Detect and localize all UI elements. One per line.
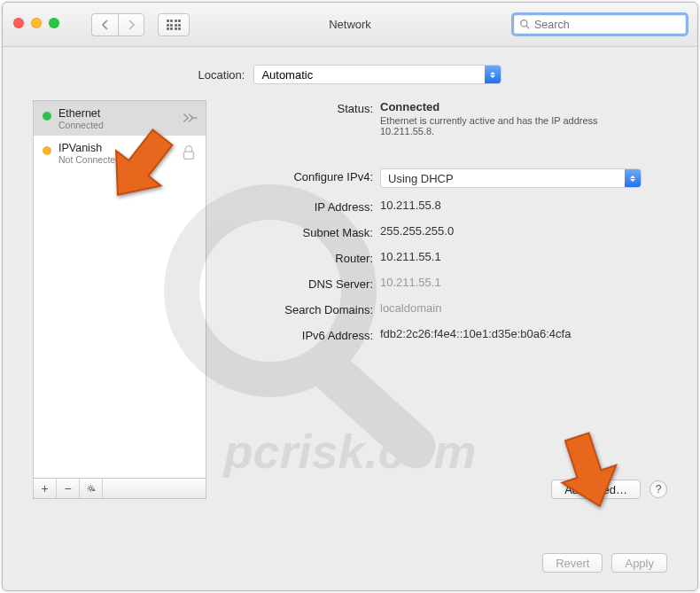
close-window-button[interactable] <box>13 18 24 28</box>
sidebar-item-ethernet[interactable]: Ethernet Connected <box>34 101 206 136</box>
forward-button[interactable] <box>118 13 144 36</box>
router-row: Router: 10.211.55.1 <box>221 250 667 265</box>
sidebar-item-ipvanish[interactable]: IPVanish Not Connected <box>34 136 206 170</box>
location-select[interactable]: Automatic <box>253 65 502 84</box>
status-dot-icon <box>43 112 51 121</box>
subnet-mask-label: Subnet Mask: <box>221 224 380 239</box>
sidebar-wrap: Ethernet Connected IPVanish Not Connecte… <box>33 100 206 499</box>
help-button[interactable]: ? <box>649 480 667 498</box>
svg-point-6 <box>195 117 197 119</box>
nav-buttons <box>91 13 144 36</box>
interface-name: Ethernet <box>58 107 197 120</box>
location-value: Automatic <box>261 68 313 82</box>
svg-rect-7 <box>184 152 194 159</box>
lock-icon <box>179 143 198 162</box>
chevron-left-icon <box>102 20 109 30</box>
subnet-mask-value: 255.255.255.0 <box>380 224 667 238</box>
revert-button[interactable]: Revert <box>542 553 603 573</box>
ipv6-address-value: fdb2:2c26:f4e4::10e1:d35e:b0a6:4cfa <box>380 327 667 340</box>
svg-line-15 <box>88 490 89 491</box>
ip-row: IP Address: 10.211.55.8 <box>221 199 667 214</box>
configure-ipv4-value: Using DHCP <box>388 172 454 185</box>
minimize-window-button[interactable] <box>31 18 42 28</box>
interface-actions-button[interactable] <box>80 479 103 498</box>
dns-server-label: DNS Server: <box>221 276 380 291</box>
dns-row: DNS Server: 10.211.55.1 <box>221 276 667 291</box>
back-button[interactable] <box>91 13 118 36</box>
zoom-window-button[interactable] <box>49 18 59 28</box>
detail-bottom-row: Advanced… ? <box>551 480 667 499</box>
interface-list: Ethernet Connected IPVanish Not Connecte… <box>33 100 206 478</box>
network-preferences-window: Network pcrisk.com Location: Automatic <box>2 2 698 591</box>
detail-pane: Status: Connected Ethernet is currently … <box>221 100 667 499</box>
remove-interface-button[interactable]: − <box>57 479 80 498</box>
ethernet-icon <box>179 108 198 128</box>
interface-status: Connected <box>58 120 197 130</box>
search-domains-value: localdomain <box>380 301 667 315</box>
search-domains-label: Search Domains: <box>221 301 380 316</box>
traffic-lights <box>13 18 59 28</box>
apply-button[interactable]: Apply <box>611 553 667 573</box>
status-row: Status: Connected Ethernet is currently … <box>221 100 667 137</box>
columns: Ethernet Connected IPVanish Not Connecte… <box>33 100 667 499</box>
dns-server-value: 10.211.55.1 <box>380 276 667 289</box>
svg-line-13 <box>88 486 89 487</box>
titlebar: Network <box>3 3 697 47</box>
interface-name: IPVanish <box>58 142 197 154</box>
ipv6-address-label: IPv6 Address: <box>221 327 380 342</box>
configure-ipv4-select[interactable]: Using DHCP <box>380 168 642 188</box>
svg-line-1 <box>526 26 529 28</box>
location-label: Location: <box>198 68 245 82</box>
configure-ipv4-label: Configure IPv4: <box>221 168 380 183</box>
chevron-up-down-icon <box>625 169 641 187</box>
body: pcrisk.com Location: Automatic Ethernet … <box>3 47 697 590</box>
svg-point-0 <box>521 20 527 27</box>
gear-icon <box>86 483 97 494</box>
router-value: 10.211.55.1 <box>380 250 667 263</box>
svg-point-8 <box>89 487 91 489</box>
chevron-right-icon <box>128 20 135 30</box>
window-title: Network <box>329 18 371 31</box>
chevron-up-down-icon <box>485 66 501 83</box>
status-description: Ethernet is currently active and has the… <box>380 115 628 137</box>
subnet-row: Subnet Mask: 255.255.255.0 <box>221 224 667 239</box>
status-label: Status: <box>221 100 380 115</box>
svg-point-5 <box>193 117 195 119</box>
ip-address-label: IP Address: <box>221 199 380 214</box>
configure-row: Configure IPv4: Using DHCP <box>221 168 667 188</box>
search-domains-row: Search Domains: localdomain <box>221 301 667 316</box>
status-dot-icon <box>43 146 51 155</box>
show-all-button[interactable] <box>158 13 190 36</box>
search-icon <box>519 19 531 30</box>
svg-line-16 <box>92 486 93 487</box>
ipv6-row: IPv6 Address: fdb2:2c26:f4e4::10e1:d35e:… <box>221 327 667 342</box>
search-field[interactable] <box>511 12 688 36</box>
status-value: Connected <box>380 100 667 113</box>
location-row: Location: Automatic <box>33 65 667 84</box>
router-label: Router: <box>221 250 380 265</box>
sidebar-footer: + − <box>33 478 206 499</box>
add-interface-button[interactable]: + <box>34 479 57 498</box>
advanced-button[interactable]: Advanced… <box>551 480 641 499</box>
grid-icon <box>167 20 182 30</box>
footer-buttons: Revert Apply <box>542 553 667 573</box>
ip-address-value: 10.211.55.8 <box>380 199 667 212</box>
interface-status: Not Connected <box>58 154 197 165</box>
search-input[interactable] <box>534 19 676 31</box>
